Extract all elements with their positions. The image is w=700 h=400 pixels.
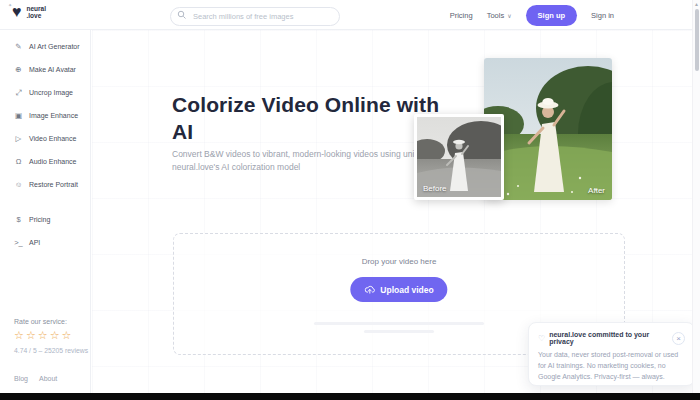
star-icon[interactable]: ☆ bbox=[62, 330, 72, 341]
star-icon[interactable]: ☆ bbox=[14, 330, 24, 341]
headphones-icon: Ω bbox=[14, 157, 23, 166]
dollar-icon: $ bbox=[14, 215, 23, 224]
blog-link[interactable]: Blog bbox=[14, 375, 28, 382]
before-image: Before bbox=[414, 114, 504, 200]
header: ♥✦ neural .love Pricing Tools ∨ Sign up … bbox=[0, 0, 692, 30]
scrollbar[interactable]: ▲ bbox=[692, 0, 700, 393]
expand-icon: ⤢ bbox=[14, 88, 23, 98]
image-icon: ▣ bbox=[14, 111, 23, 120]
rating-widget: Rate our service: ☆ ☆ ☆ ☆ ☆ 4.74 / 5 – 2… bbox=[14, 318, 88, 354]
search-input[interactable] bbox=[170, 7, 340, 26]
sidebar-item-video-enhance[interactable]: ▷Video Enhance bbox=[0, 127, 90, 150]
cloud-upload-icon bbox=[364, 284, 375, 295]
page: ♥✦ neural .love Pricing Tools ∨ Sign up … bbox=[0, 0, 700, 400]
upload-video-label: Upload video bbox=[380, 285, 433, 295]
sidebar-item-label: Restore Portrait bbox=[29, 181, 78, 188]
bottom-frame-bar bbox=[0, 393, 700, 400]
faint-text-line bbox=[314, 322, 484, 325]
terminal-icon: >_ bbox=[14, 238, 23, 247]
scrollbar-thumb[interactable] bbox=[695, 9, 699, 71]
logo-text: neural .love bbox=[27, 5, 47, 20]
face-icon: ☺ bbox=[14, 180, 23, 189]
sidebar-item-label: Video Enhance bbox=[29, 135, 76, 142]
sidebar: ✎AI Art Generator ⊕Make AI Avatar ⤢Uncro… bbox=[0, 30, 91, 394]
privacy-toast-header: ♡ neural.love committed to your privacy … bbox=[538, 331, 685, 345]
pen-icon: ✎ bbox=[14, 42, 23, 51]
sidebar-item-label: API bbox=[29, 239, 40, 246]
page-subtitle: Convert B&W videos to vibrant, modern-lo… bbox=[172, 148, 447, 174]
signup-button[interactable]: Sign up bbox=[526, 5, 578, 26]
logo[interactable]: ♥✦ neural .love bbox=[12, 4, 46, 20]
sidebar-item-audio-enhance[interactable]: ΩAudio Enhance bbox=[0, 150, 90, 173]
sparkle-icon: ✦ bbox=[8, 3, 12, 8]
privacy-toast-body: Your data, never stored post-removal or … bbox=[538, 350, 685, 383]
play-icon: ▷ bbox=[14, 134, 23, 143]
privacy-toast-title: neural.love committed to your privacy bbox=[549, 331, 668, 345]
sidebar-item-restore-portrait[interactable]: ☺Restore Portrait bbox=[0, 173, 90, 196]
sidebar-secondary-list: $Pricing >_API bbox=[0, 208, 90, 254]
sidebar-item-uncrop-image[interactable]: ⤢Uncrop Image bbox=[0, 81, 90, 104]
avatar-icon: ⊕ bbox=[14, 65, 23, 74]
tools-menu[interactable]: Tools ∨ bbox=[487, 11, 512, 20]
star-icon[interactable]: ☆ bbox=[26, 330, 36, 341]
sidebar-item-api[interactable]: >_API bbox=[0, 231, 90, 254]
scroll-up-icon[interactable]: ▲ bbox=[694, 1, 699, 7]
sidebar-item-label: Pricing bbox=[29, 216, 50, 223]
sidebar-item-pricing[interactable]: $Pricing bbox=[0, 208, 90, 231]
about-link[interactable]: About bbox=[39, 375, 57, 382]
tools-menu-label: Tools bbox=[487, 11, 505, 20]
dropzone-prompt: Drop your video here bbox=[174, 257, 624, 266]
top-nav: Pricing Tools ∨ Sign up Sign in bbox=[450, 0, 614, 30]
before-label: Before bbox=[423, 184, 447, 193]
close-icon[interactable]: × bbox=[672, 332, 685, 345]
sidebar-footer: Blog About bbox=[14, 375, 57, 382]
upload-video-button[interactable]: Upload video bbox=[350, 277, 447, 302]
rating-prompt: Rate our service: bbox=[14, 318, 88, 325]
privacy-toast: ♡ neural.love committed to your privacy … bbox=[528, 322, 695, 386]
search-icon bbox=[177, 10, 187, 20]
star-icon[interactable]: ☆ bbox=[38, 330, 48, 341]
sidebar-item-label: Make AI Avatar bbox=[29, 66, 76, 73]
signin-link[interactable]: Sign in bbox=[591, 11, 614, 20]
sidebar-item-label: Audio Enhance bbox=[29, 158, 76, 165]
faint-text-line bbox=[364, 330, 434, 333]
sidebar-item-make-ai-avatar[interactable]: ⊕Make AI Avatar bbox=[0, 58, 90, 81]
sidebar-item-label: Uncrop Image bbox=[29, 89, 73, 96]
pricing-link[interactable]: Pricing bbox=[450, 11, 473, 20]
sidebar-tools-list: ✎AI Art Generator ⊕Make AI Avatar ⤢Uncro… bbox=[0, 30, 90, 196]
sidebar-item-label: Image Enhance bbox=[29, 112, 78, 119]
heart-logo-icon: ♥✦ bbox=[12, 4, 22, 20]
after-label: After bbox=[588, 186, 605, 195]
chevron-down-icon: ∨ bbox=[507, 12, 511, 19]
sidebar-item-image-enhance[interactable]: ▣Image Enhance bbox=[0, 104, 90, 127]
heart-outline-icon: ♡ bbox=[538, 334, 545, 343]
search-bar bbox=[170, 5, 340, 24]
star-rating: ☆ ☆ ☆ ☆ ☆ bbox=[14, 330, 88, 341]
sidebar-item-ai-art-generator[interactable]: ✎AI Art Generator bbox=[0, 35, 90, 58]
rating-score: 4.74 / 5 – 25205 reviews bbox=[14, 347, 88, 354]
star-icon[interactable]: ☆ bbox=[50, 330, 60, 341]
sidebar-item-label: AI Art Generator bbox=[29, 43, 80, 50]
